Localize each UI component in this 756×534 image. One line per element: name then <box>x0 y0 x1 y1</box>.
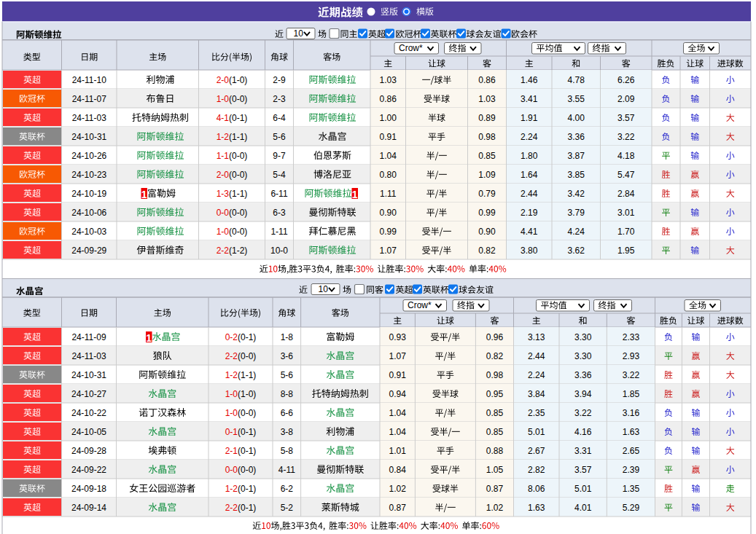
svg-text:1.63: 1.63 <box>528 503 545 513</box>
svg-text:2-2(0-1): 2-2(0-1) <box>225 503 257 513</box>
svg-text:1-3(1-1): 1-3(1-1) <box>217 189 248 199</box>
svg-text:24-10-23: 24-10-23 <box>71 170 106 180</box>
svg-text:1: 1 <box>352 189 358 200</box>
svg-text:2.19: 2.19 <box>521 208 538 218</box>
svg-text:0.98: 0.98 <box>478 132 496 142</box>
svg-text:1.07: 1.07 <box>389 351 407 361</box>
svg-text:5.29: 5.29 <box>623 503 640 513</box>
svg-text:2.65: 2.65 <box>623 446 640 456</box>
svg-text:1-0(0-0): 1-0(0-0) <box>225 408 257 418</box>
svg-text:1.00: 1.00 <box>380 113 397 123</box>
svg-text:24-10-06: 24-10-06 <box>71 208 106 218</box>
svg-text:0.99: 0.99 <box>478 208 496 218</box>
svg-text:1.04: 1.04 <box>389 408 407 418</box>
svg-text:1-2(0-1): 1-2(0-1) <box>225 484 257 494</box>
svg-text:24-10-22: 24-10-22 <box>71 408 106 418</box>
svg-text:3.13: 3.13 <box>528 332 545 342</box>
svg-text:4.24: 4.24 <box>568 227 585 237</box>
svg-text:2.39: 2.39 <box>623 465 640 475</box>
svg-text:3.42: 3.42 <box>568 189 585 199</box>
svg-text:3.22: 3.22 <box>623 370 640 380</box>
svg-text:24-11-09: 24-11-09 <box>71 332 106 342</box>
svg-text:1: 1 <box>141 189 147 200</box>
svg-text:4-11: 4-11 <box>278 465 295 475</box>
svg-text:24-10-03: 24-10-03 <box>71 227 106 237</box>
svg-text:24-10-31: 24-10-31 <box>71 132 106 142</box>
svg-text:1.35: 1.35 <box>623 484 640 494</box>
svg-text:3.36: 3.36 <box>568 132 585 142</box>
svg-text:0.87: 0.87 <box>486 484 504 494</box>
svg-text:2.84: 2.84 <box>617 189 635 199</box>
svg-text:2.93: 2.93 <box>623 351 640 361</box>
svg-text:4.01: 4.01 <box>574 503 592 513</box>
svg-text:0.84: 0.84 <box>389 465 407 475</box>
svg-text:0.86: 0.86 <box>380 94 397 104</box>
svg-text:6-6: 6-6 <box>281 408 294 418</box>
svg-text:3.41: 3.41 <box>521 94 538 104</box>
svg-text:0.85: 0.85 <box>478 151 496 161</box>
svg-text:24-09-18: 24-09-18 <box>71 484 106 494</box>
svg-text:0.88: 0.88 <box>486 446 504 456</box>
svg-text:2-1(0-1): 2-1(0-1) <box>225 446 257 456</box>
svg-text:10-0: 10-0 <box>270 246 288 256</box>
svg-text:3.94: 3.94 <box>574 389 592 399</box>
svg-text:1.64: 1.64 <box>521 170 538 180</box>
svg-text:2.67: 2.67 <box>528 446 545 456</box>
svg-text:5-2: 5-2 <box>281 503 294 513</box>
svg-text:4.78: 4.78 <box>568 75 585 85</box>
svg-text:0.95: 0.95 <box>486 389 504 399</box>
svg-text:1-2(1-1): 1-2(1-1) <box>217 132 248 142</box>
svg-text:3.80: 3.80 <box>521 246 538 256</box>
svg-text:1.70: 1.70 <box>617 227 635 237</box>
svg-text:24-10-31: 24-10-31 <box>71 370 106 380</box>
svg-text:3-6: 3-6 <box>281 351 294 361</box>
svg-text:1.04: 1.04 <box>380 151 397 161</box>
svg-text:24-10-26: 24-10-26 <box>71 151 106 161</box>
svg-text:0.80: 0.80 <box>380 170 397 180</box>
svg-text:3.22: 3.22 <box>574 408 592 418</box>
svg-text:2.44: 2.44 <box>528 351 545 361</box>
svg-text:1.11: 1.11 <box>380 189 397 199</box>
svg-text:3.36: 3.36 <box>574 370 592 380</box>
svg-text:1.91: 1.91 <box>521 113 538 123</box>
svg-text:0-0(0-0): 0-0(0-0) <box>217 208 248 218</box>
svg-text:3.55: 3.55 <box>568 94 585 104</box>
svg-text:0.90: 0.90 <box>478 227 496 237</box>
svg-text:5.01: 5.01 <box>574 484 592 494</box>
svg-text:0-2(0-1): 0-2(0-1) <box>225 332 257 342</box>
svg-text:24-11-03: 24-11-03 <box>72 113 106 123</box>
svg-text:1.85: 1.85 <box>623 389 640 399</box>
svg-text:Crow*: Crow* <box>408 300 432 310</box>
svg-text:1.03: 1.03 <box>380 75 397 85</box>
svg-text:3.30: 3.30 <box>574 351 592 361</box>
svg-text:1.01: 1.01 <box>389 446 407 456</box>
svg-text:1.02: 1.02 <box>389 484 407 494</box>
svg-text:8-8: 8-8 <box>281 389 294 399</box>
svg-text:3.87: 3.87 <box>568 151 585 161</box>
svg-text:1.95: 1.95 <box>617 246 635 256</box>
svg-text:2-9: 2-9 <box>273 75 286 85</box>
svg-text:3.84: 3.84 <box>528 389 545 399</box>
svg-text:5-4: 5-4 <box>273 170 286 180</box>
svg-text:0.85: 0.85 <box>486 408 504 418</box>
svg-text:5.47: 5.47 <box>617 170 635 180</box>
svg-text:1.05: 1.05 <box>486 465 504 475</box>
svg-text:1-11: 1-11 <box>270 227 287 237</box>
svg-text:0.94: 0.94 <box>389 389 407 399</box>
svg-text:6-3: 6-3 <box>273 208 286 218</box>
svg-text:1.09: 1.09 <box>478 170 496 180</box>
svg-text:2.33: 2.33 <box>623 332 640 342</box>
svg-text:4-1(0-1): 4-1(0-1) <box>217 113 248 123</box>
svg-text:24-09-29: 24-09-29 <box>71 246 106 256</box>
svg-text:0.82: 0.82 <box>478 246 496 256</box>
svg-text:2.09: 2.09 <box>617 94 635 104</box>
svg-text:6-11: 6-11 <box>270 189 287 199</box>
svg-text:8.06: 8.06 <box>528 484 545 494</box>
svg-text:6-2: 6-2 <box>281 484 294 494</box>
svg-text:2.24: 2.24 <box>528 370 545 380</box>
svg-text:0-1(0-1): 0-1(0-1) <box>225 427 257 437</box>
svg-text:0.93: 0.93 <box>389 332 407 342</box>
svg-text:3.30: 3.30 <box>574 332 592 342</box>
svg-text:0.99: 0.99 <box>380 227 397 237</box>
svg-text:0.87: 0.87 <box>389 503 407 513</box>
